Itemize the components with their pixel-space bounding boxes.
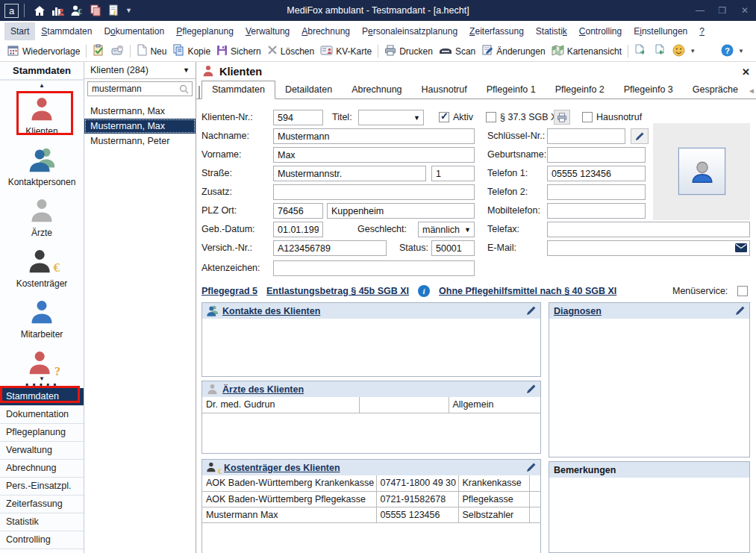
menu-einstellungen[interactable]: Einstellungen [628,22,693,40]
kontakte-title[interactable]: Kontakte des Klienten [222,306,320,316]
aktiv-checkbox[interactable] [439,112,449,122]
table-row[interactable]: Mustermann Max 05555 123456 Selbstzahler [202,507,540,522]
aerzte-edit-icon[interactable] [526,384,536,394]
table-row[interactable]: AOK Baden-Württemberg Pflegekasse 0721-9… [202,491,540,507]
feedback-button[interactable]: ▼ [669,43,699,60]
menueservice-checkbox[interactable] [737,286,748,296]
menu-start[interactable]: Start [4,22,35,40]
menu-pflegeplanung[interactable]: Pflegeplanung [170,22,240,40]
klienten-nr-field[interactable] [273,110,323,125]
arzt-telefon-cell[interactable] [359,397,449,413]
telefon2-field[interactable] [547,184,646,200]
sidebar-item-interessenten[interactable]: ? [0,350,84,378]
schluessel-nr-field[interactable] [547,128,625,144]
strasse-field[interactable] [273,166,426,181]
tab-pflegeinfo2[interactable]: Pflegeinfo 2 [546,81,614,99]
kostentraeger-art-cell[interactable]: Selbstzahler [458,507,529,522]
sgb-print-button[interactable] [554,110,570,125]
entlastungsbetrag-link[interactable]: Entlastungsbetrag § 45b SGB XI [266,286,409,296]
aerzte-title[interactable]: Ärzte des Klienten [222,384,304,395]
diagnosen-title[interactable]: Diagnosen [554,306,602,316]
nav-controlling[interactable]: Controlling [0,531,84,549]
nav-pflegeplanung[interactable]: Pflegeplanung [0,424,84,442]
titel-select[interactable]: ▼ [358,110,424,125]
menu-controlling[interactable]: Controlling [573,22,628,40]
table-row[interactable]: Dr. med. Gudrun Allgemein [202,397,540,413]
list-item-selected[interactable]: Mustermann, Max [84,119,196,134]
tab-abrechnung[interactable]: Abrechnung [342,81,411,99]
tab-hausnotruf[interactable]: Hausnotruf [412,81,477,99]
sidebar-item-aerzte[interactable]: Ärzte [0,198,84,238]
menu-stammdaten[interactable]: Stammdaten [35,22,98,40]
info-icon[interactable]: i [418,285,430,297]
nav-verwaltung[interactable]: Verwaltung [0,442,84,460]
home-icon[interactable] [31,3,47,18]
kostentraeger-extra-cell[interactable] [529,475,540,491]
splitter-grip[interactable]: ■ ■ ■ ■ ■ [0,382,84,387]
ort-field[interactable] [327,203,475,219]
neu-button[interactable]: Neu [134,43,169,60]
list-item[interactable]: Mustermann, Max [84,104,196,119]
minimize-icon[interactable]: — [689,0,711,21]
tab-pflegeinfo3[interactable]: Pflegeinfo 3 [614,81,683,99]
menu-dokumentation[interactable]: Dokumentation [98,22,170,40]
diagnosen-edit-icon[interactable] [735,306,745,316]
kostentraeger-telefon-cell[interactable]: 05555 123456 [376,507,458,522]
nav-stammdaten[interactable]: Stammdaten [0,388,84,406]
export-button[interactable] [631,43,650,60]
client-search-input[interactable] [88,84,179,94]
ohne-pflegehilfsmittel-link[interactable]: Ohne Pflegehilfsmittel nach § 40 SGB XI [439,286,616,296]
geburtsname-field[interactable] [547,147,646,163]
copy-icon[interactable] [87,3,103,18]
pflegegrad-link[interactable]: Pflegegrad 5 [202,286,257,296]
menu-zeiterfassung[interactable]: Zeiterfassung [463,22,530,40]
kostentraeger-telefon-cell[interactable]: 0721-91582678 [376,491,458,507]
sidebar-item-kostentraeger[interactable]: € Kostenträger [0,249,84,289]
kostentraeger-extra-cell[interactable] [529,507,540,522]
kopie-button[interactable]: Kopie [169,43,213,60]
table-row[interactable]: AOK Baden-Württemberg Krankenkasse H 074… [202,475,540,491]
scan-button[interactable]: Scan [436,44,478,59]
zusatz-field[interactable] [273,184,475,200]
hausnotruf-checkbox[interactable] [582,112,593,122]
arzt-name-cell[interactable]: Dr. med. Gudrun [202,397,359,413]
menu-verwaltung[interactable]: Verwaltung [240,22,296,40]
sichern-button[interactable]: Sichern [213,43,264,60]
scroll-up-icon[interactable]: ▲ [0,82,84,89]
sidebar-item-mitarbeiter[interactable]: Mitarbeiter [0,299,84,340]
hausnummer-field[interactable] [431,166,475,181]
help-button[interactable]: ? ▼ [718,43,747,60]
tab-detaildaten[interactable]: Detaildaten [275,81,342,99]
menu-hilfe[interactable]: ? [693,22,710,40]
nav-abrechnung[interactable]: Abrechnung [0,460,84,478]
kostentraeger-edit-icon[interactable] [526,463,536,472]
drucken-button[interactable]: Drucken [381,43,436,60]
nachname-field[interactable] [273,128,475,144]
plz-field[interactable] [273,203,323,219]
email-field[interactable] [547,240,750,256]
telefax-field[interactable] [547,222,750,237]
kostentraeger-name-cell[interactable]: AOK Baden-Württemberg Krankenkasse H [202,475,376,491]
nav-zeiterfassung[interactable]: Zeiterfassung [0,496,84,513]
menu-personaleinsatzplanung[interactable]: Personaleinsatzplanung [356,22,463,40]
menu-statistik[interactable]: Statistik [530,22,573,40]
schluessel-edit-button[interactable] [631,128,649,144]
arzt-fachrichtung-cell[interactable]: Allgemein [449,397,540,413]
wiedervorlage-button[interactable]: Wiedervorlage [4,43,83,60]
document-euro-icon[interactable]: € [106,3,122,18]
tab-gespraeche[interactable]: Gespräche [683,81,748,99]
kontakte-edit-icon[interactable] [526,306,536,316]
status-field[interactable] [431,240,475,256]
kartenansicht-button[interactable]: Kartenansicht [549,43,625,60]
mobiltelefon-field[interactable] [547,203,646,219]
quick-access-dropdown-icon[interactable]: ▼ [125,7,132,14]
list-item[interactable]: Mustermann, Peter [84,134,196,149]
client-list-header[interactable]: Klienten (284) ▼ [84,62,196,79]
tab-scroll-left-icon[interactable]: ◄ [748,87,755,95]
telefon1-field[interactable] [547,166,646,181]
uebernahme-button[interactable] [90,43,108,60]
maximize-icon[interactable]: ❒ [711,0,734,21]
kostentraeger-art-cell[interactable]: Pflegekasse [458,491,529,507]
nav-statistik[interactable]: Statistik [0,513,84,531]
geb-datum-field[interactable] [273,222,323,237]
